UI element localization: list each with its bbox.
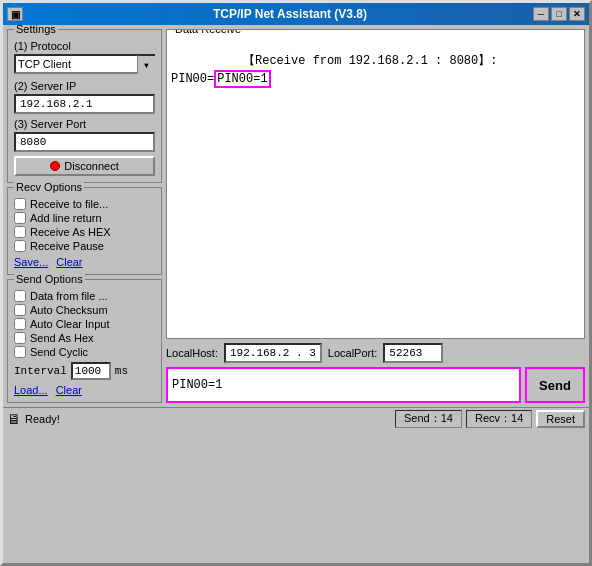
send-as-hex-label: Send As Hex [30, 332, 94, 344]
send-load-button[interactable]: Load... [14, 384, 48, 396]
title-bar: ▣ TCP/IP Net Assistant (V3.8) ─ □ ✕ [3, 3, 589, 25]
status-bar: 🖥 Ready! Send：14 Recv：14 Reset [3, 407, 589, 429]
send-options-label: Send Options [14, 273, 85, 285]
send-cyclic-label: Send Cyclic [30, 346, 88, 358]
send-options-group: Send Options Data from file ... Auto Che… [7, 279, 162, 403]
recv-to-file-row: Receive to file... [14, 198, 155, 210]
data-receive-label: Data Receive [173, 29, 243, 35]
recv-pause-label: Receive Pause [30, 240, 104, 252]
recv-pause-row: Receive Pause [14, 240, 155, 252]
auto-checksum-label: Auto Checksum [30, 304, 108, 316]
recv-as-hex-row: Receive As HEX [14, 226, 155, 238]
data-receive-content: 【Receive from 192.168.2.1 : 8080】: PIN00… [171, 34, 580, 106]
recv-to-file-checkbox[interactable] [14, 198, 26, 210]
localport-label: LocalPort: [328, 347, 378, 359]
receive-highlighted-value: PIN00=1 [214, 70, 270, 88]
recv-clear-button[interactable]: Clear [56, 256, 82, 268]
interval-label: Interval [14, 365, 67, 377]
localhost-row: LocalHost: 192.168.2 . 3 LocalPort: 5226… [166, 343, 585, 363]
recv-as-hex-label: Receive As HEX [30, 226, 111, 238]
disconnect-button[interactable]: Disconnect [14, 156, 155, 176]
data-from-file-label: Data from file ... [30, 290, 108, 302]
send-cyclic-row: Send Cyclic [14, 346, 155, 358]
auto-checksum-row: Auto Checksum [14, 304, 155, 316]
reset-button[interactable]: Reset [536, 410, 585, 428]
receive-line2-prefix: PIN00=PIN00=1 [171, 70, 271, 88]
receive-line1: 【Receive from 192.168.2.1 : 8080】: [243, 54, 497, 68]
send-clear-button[interactable]: Clear [56, 384, 82, 396]
recv-pause-checkbox[interactable] [14, 240, 26, 252]
recv-save-clear-row: Save... Clear [14, 256, 155, 268]
protocol-select[interactable]: TCP Client [14, 54, 155, 74]
send-input[interactable] [166, 367, 521, 403]
add-line-return-label: Add line return [30, 212, 102, 224]
status-network-icon: 🖥 [7, 411, 21, 427]
add-line-return-checkbox[interactable] [14, 212, 26, 224]
minimize-button[interactable]: ─ [533, 7, 549, 21]
recv-options-label: Recv Options [14, 181, 84, 193]
auto-checksum-checkbox[interactable] [14, 304, 26, 316]
send-button[interactable]: Send [525, 367, 585, 403]
data-from-file-checkbox[interactable] [14, 290, 26, 302]
send-load-clear-row: Load... Clear [14, 384, 155, 396]
status-recv-segment: Recv：14 [466, 410, 532, 428]
left-panel: Settings (1) Protocol TCP Client ▼ (2) S… [7, 29, 162, 403]
send-area: Send [166, 367, 585, 403]
server-port-label: (3) Server Port [14, 118, 155, 130]
auto-clear-input-checkbox[interactable] [14, 318, 26, 330]
server-ip-label: (2) Server IP [14, 80, 155, 92]
settings-group: Settings (1) Protocol TCP Client ▼ (2) S… [7, 29, 162, 183]
settings-group-label: Settings [14, 25, 58, 35]
status-ready-label: Ready! [25, 413, 60, 425]
main-window: ▣ TCP/IP Net Assistant (V3.8) ─ □ ✕ Sett… [0, 0, 592, 566]
localhost-label: LocalHost: [166, 347, 218, 359]
localhost-value: 192.168.2 . 3 [224, 343, 322, 363]
recv-save-button[interactable]: Save... [14, 256, 48, 268]
interval-row: Interval ms [14, 362, 155, 380]
data-receive-box: Data Receive 【Receive from 192.168.2.1 :… [166, 29, 585, 339]
content-area: Settings (1) Protocol TCP Client ▼ (2) S… [3, 25, 589, 407]
send-as-hex-row: Send As Hex [14, 332, 155, 344]
close-button[interactable]: ✕ [569, 7, 585, 21]
localport-value: 52263 [383, 343, 443, 363]
interval-input[interactable] [71, 362, 111, 380]
data-from-file-row: Data from file ... [14, 290, 155, 302]
red-dot-icon [50, 161, 60, 171]
auto-clear-input-row: Auto Clear Input [14, 318, 155, 330]
window-controls: ─ □ ✕ [533, 7, 585, 21]
recv-to-file-label: Receive to file... [30, 198, 108, 210]
send-as-hex-checkbox[interactable] [14, 332, 26, 344]
recv-as-hex-checkbox[interactable] [14, 226, 26, 238]
status-send-segment: Send：14 [395, 410, 462, 428]
protocol-select-wrapper: TCP Client ▼ [14, 54, 155, 74]
auto-clear-input-label: Auto Clear Input [30, 318, 110, 330]
add-line-return-row: Add line return [14, 212, 155, 224]
system-menu-icon[interactable]: ▣ [7, 7, 23, 21]
window-title: TCP/IP Net Assistant (V3.8) [47, 7, 533, 21]
send-cyclic-checkbox[interactable] [14, 346, 26, 358]
server-port-input[interactable] [14, 132, 155, 152]
interval-unit-label: ms [115, 365, 128, 377]
maximize-button[interactable]: □ [551, 7, 567, 21]
server-ip-input[interactable] [14, 94, 155, 114]
status-ready: 🖥 Ready! [7, 411, 391, 427]
protocol-label: (1) Protocol [14, 40, 155, 52]
recv-options-group: Recv Options Receive to file... Add line… [7, 187, 162, 275]
right-panel: Data Receive 【Receive from 192.168.2.1 :… [166, 29, 585, 403]
